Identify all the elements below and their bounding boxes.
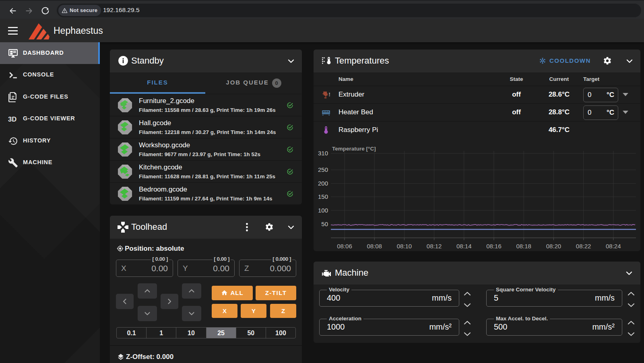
- svg-text:3D: 3D: [8, 116, 17, 123]
- svg-text:08:06: 08:06: [337, 243, 352, 250]
- svg-text:08:10: 08:10: [397, 243, 412, 250]
- svg-text:100: 100: [318, 207, 328, 214]
- svg-text:200: 200: [318, 180, 328, 187]
- svg-text:08:22: 08:22: [576, 243, 591, 250]
- svg-text:08:20: 08:20: [546, 243, 561, 250]
- svg-text:150: 150: [318, 193, 328, 200]
- svg-text:08:08: 08:08: [367, 243, 382, 250]
- svg-text:Temperature [°C]: Temperature [°C]: [332, 146, 376, 152]
- svg-text:50: 50: [321, 221, 328, 227]
- svg-text:08:24: 08:24: [606, 243, 621, 250]
- svg-text:250: 250: [318, 166, 328, 173]
- svg-text:08:16: 08:16: [486, 243, 502, 250]
- svg-text:08:14: 08:14: [456, 243, 472, 250]
- svg-text:08:18: 08:18: [516, 243, 531, 250]
- svg-text:310: 310: [318, 150, 328, 157]
- svg-text:08:12: 08:12: [427, 243, 442, 250]
